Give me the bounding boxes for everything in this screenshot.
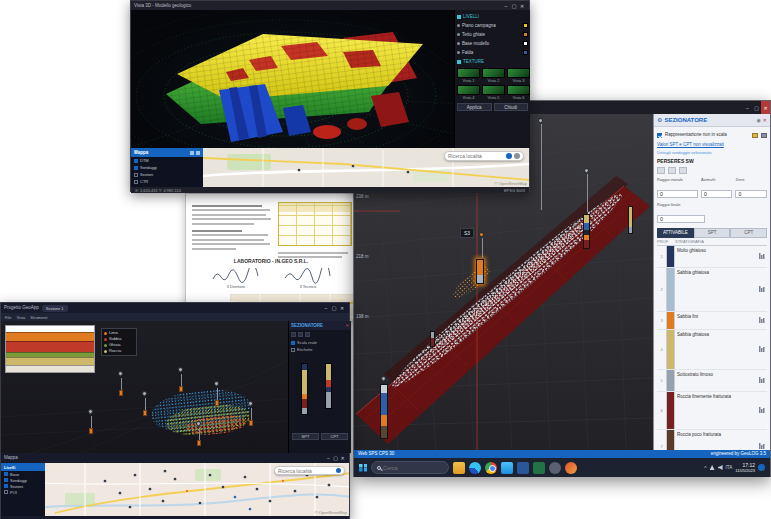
taskbar-icon-explorer[interactable] (501, 462, 513, 474)
panel-close-icon[interactable]: ✕ (345, 323, 349, 329)
map-search[interactable] (444, 151, 524, 161)
strat-row[interactable]: 2 Sabbia ghiaiosa (657, 268, 767, 312)
map-view[interactable]: © OpenStreetMap (45, 463, 349, 516)
tree-item[interactable]: CTR (131, 178, 203, 185)
spt-button[interactable]: SPT (292, 433, 319, 440)
map-window-header[interactable]: Mappa – ▢ ✕ (1, 453, 349, 463)
borehole-column[interactable] (628, 206, 633, 234)
menu-strumenti[interactable]: Strumenti (30, 315, 47, 320)
map-view[interactable]: © OpenStreetMap (203, 148, 529, 187)
map-search-input[interactable] (448, 153, 504, 159)
panel-close-icon[interactable]: ✕ (763, 117, 767, 123)
strat-bar[interactable] (325, 363, 332, 409)
close-button[interactable]: ✕ (761, 101, 770, 114)
maximize-button[interactable]: ▢ (510, 1, 518, 10)
layer-item[interactable]: Piano campagna (457, 21, 528, 30)
borehole-column[interactable] (430, 331, 435, 347)
tab-cpt[interactable]: CPT (730, 228, 767, 238)
dock-icon[interactable] (190, 151, 194, 155)
notification-icon[interactable] (758, 464, 765, 471)
minimize-button[interactable]: – (743, 101, 752, 114)
link-details[interactable]: Dettagli sondaggio selezionato (657, 150, 767, 155)
taskbar-icon-settings[interactable] (549, 462, 561, 474)
zenit-input[interactable] (735, 190, 767, 198)
chart-icon[interactable] (756, 370, 767, 391)
strat-row[interactable]: 5 Sottostrato limoso (657, 370, 767, 392)
folder-icon[interactable] (752, 133, 758, 138)
volume-icon[interactable] (718, 465, 723, 470)
minimize-button[interactable]: – (502, 1, 510, 10)
layer-item[interactable]: Base modello (457, 39, 528, 48)
wifi-icon[interactable] (710, 465, 715, 470)
taskbar-icon-folder[interactable] (453, 462, 465, 474)
maximize-button[interactable]: ▢ (332, 453, 339, 463)
close-button[interactable]: ✕ (339, 453, 346, 463)
texture-thumb[interactable]: Vista 6 (507, 85, 530, 100)
taskbar-icon-paint[interactable] (565, 462, 577, 474)
color-chip[interactable] (523, 32, 528, 37)
menu-file[interactable]: File (5, 315, 11, 320)
strat-row[interactable]: 1 Molto ghiaioso (657, 246, 767, 268)
sliders-icon[interactable] (657, 167, 665, 174)
scale-checkbox[interactable] (657, 133, 662, 138)
chart-icon[interactable] (756, 330, 767, 369)
chart-icon[interactable] (756, 268, 767, 311)
texture-thumb[interactable]: Vista 4 (457, 85, 480, 100)
taskbar-icon-excel[interactable] (533, 462, 545, 474)
taskbar-icon-chrome[interactable] (485, 462, 497, 474)
tray-clock[interactable]: 17:12 11/05/2023 (735, 462, 755, 473)
chart-icon[interactable] (756, 246, 767, 267)
tab-attivabile[interactable]: ATTIVABILE (657, 228, 694, 238)
color-chip[interactable] (523, 23, 528, 28)
texture-thumb[interactable]: Vista 5 (482, 85, 505, 100)
map-search[interactable] (274, 466, 345, 475)
strat-bar[interactable] (301, 363, 308, 415)
map-search-input[interactable] (278, 468, 334, 474)
tree-item[interactable]: POI (1, 489, 45, 495)
borehole-column-selected[interactable] (476, 259, 484, 284)
layer-item[interactable]: Falda (457, 48, 528, 57)
azimuth-input[interactable] (701, 190, 733, 198)
close-button[interactable]: ✕ (338, 303, 346, 313)
minimize-button[interactable]: – (325, 453, 332, 463)
link-spt-cpt[interactable]: Valori SPT e CPT non visualizzati (657, 142, 767, 148)
tray-caret-icon[interactable]: ^ (704, 465, 706, 471)
document-tab[interactable]: Sezione 1 (42, 305, 68, 312)
chart-icon[interactable] (756, 312, 767, 329)
start-button[interactable] (359, 464, 367, 472)
strat-row[interactable]: 6 Roccia finemente fratturata (657, 392, 767, 430)
chart-icon[interactable] (756, 430, 767, 451)
panel-checkbox-row[interactable]: Etichette (289, 346, 351, 353)
tray-language[interactable]: ITA (726, 465, 733, 471)
texture-thumb[interactable]: Vista 3 (507, 68, 530, 83)
texture-thumb[interactable]: Vista 2 (482, 68, 505, 83)
download-icon[interactable] (668, 167, 676, 174)
taskbar-icon-edge[interactable] (469, 462, 481, 474)
strat-row[interactable]: 7 Roccia poco fratturata (657, 430, 767, 451)
chart-icon[interactable] (756, 392, 767, 429)
titlebar[interactable]: Progetto GeoApp Sezione 1 – ▢ ✕ (1, 303, 349, 313)
color-chip[interactable] (523, 50, 528, 55)
close-button[interactable]: ✕ (518, 1, 526, 10)
search-input[interactable] (383, 465, 443, 471)
search-go-icon[interactable] (336, 468, 341, 473)
taskbar-search[interactable] (371, 461, 449, 474)
tool-icon[interactable] (305, 332, 310, 337)
section-inset-chart[interactable] (5, 325, 95, 373)
view-3d-model[interactable] (131, 10, 454, 148)
export-icon[interactable] (679, 167, 687, 174)
borehole-column[interactable] (380, 384, 388, 439)
panel-checkbox-row[interactable]: Scala reale (289, 339, 351, 346)
strat-row[interactable]: 4 Sabbia ghiaiosa (657, 330, 767, 370)
raggio-iniziale-input[interactable] (657, 190, 698, 198)
tree-header[interactable]: Mappa (131, 148, 203, 157)
texture-thumb[interactable]: Vista 1 (457, 68, 480, 83)
panel-close-button[interactable]: Chiudi (494, 103, 529, 111)
taskbar-icon-word[interactable] (517, 462, 529, 474)
layer-item[interactable]: Tetto ghiaie (457, 30, 528, 39)
tree-item[interactable]: Sondaggi (131, 164, 203, 171)
view-3d-scene[interactable]: Limo Sabbia Ghiaia Roccia (1, 321, 288, 453)
save-icon[interactable] (761, 133, 767, 138)
locate-icon[interactable] (514, 153, 520, 159)
collapse-icon[interactable] (196, 151, 200, 155)
